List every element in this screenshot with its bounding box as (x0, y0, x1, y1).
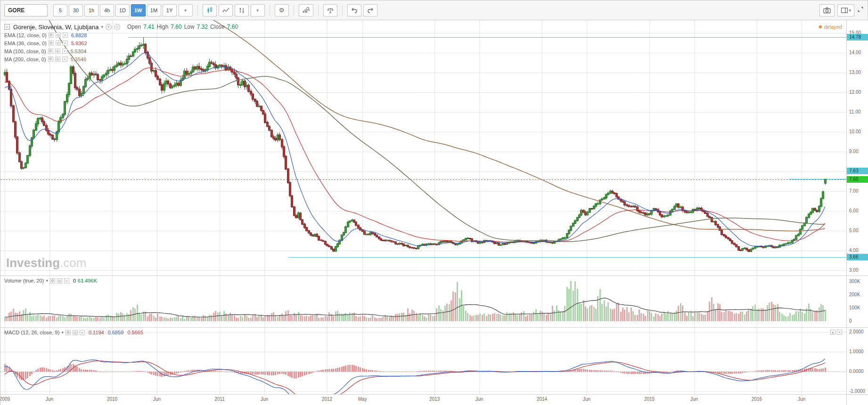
indicator-delete-icon[interactable]: × (63, 40, 68, 46)
close-label: Close (210, 24, 225, 30)
delayed-badge: delayed (819, 24, 842, 30)
indicator-settings-icon[interactable]: ⚙ (48, 49, 53, 54)
indicator-label: EMA (36, close, 0) (4, 40, 47, 46)
pane-close-icon[interactable]: × (837, 330, 842, 335)
pane-divider[interactable] (0, 275, 868, 276)
time-tick: 2016 (750, 397, 764, 402)
macd-chart-canvas[interactable] (0, 327, 846, 394)
redo-button[interactable] (363, 4, 377, 16)
line-chart-icon (222, 7, 229, 14)
interval-button-1y[interactable]: 1Y (163, 4, 177, 16)
candlestick-icon (206, 7, 213, 14)
indicator-delete-icon[interactable]: × (62, 57, 67, 62)
time-tick: Jun (150, 397, 164, 402)
indicator-row: MA (100, close, 0)⚙◎×5.5304 (4, 47, 238, 55)
indicator-delete-icon[interactable]: × (64, 278, 69, 284)
time-tick: 2014 (535, 397, 549, 402)
indicator-settings-icon[interactable]: ⚙ (48, 57, 53, 62)
chevron-down-icon[interactable]: ▾ (61, 330, 64, 335)
zoom-out-icon[interactable]: − (114, 24, 120, 30)
investing-watermark: Investing.com (6, 256, 86, 270)
camera-icon (823, 7, 831, 14)
gear-icon: ⚙ (279, 7, 285, 14)
time-tick: 2013 (427, 397, 442, 402)
price-axis[interactable]: 15.0014.0013.0012.0011.0010.009.008.007.… (847, 20, 868, 405)
volume-chart-canvas[interactable] (0, 275, 846, 327)
indicator-visibility-icon[interactable]: ◎ (56, 32, 61, 38)
fullscreen-button[interactable] (857, 6, 864, 15)
price-tick: 4.00 (847, 248, 868, 253)
compare-button[interactable] (323, 4, 337, 16)
close-value: 7.60 (227, 24, 238, 30)
delayed-label: delayed (824, 24, 842, 30)
expand-icon (857, 6, 864, 13)
interval-button-1w[interactable]: 1W (131, 4, 146, 16)
indicator-delete-icon[interactable]: × (62, 49, 67, 54)
bar-scale-button[interactable] (235, 4, 249, 16)
interval-button-30[interactable]: 30 (69, 4, 83, 16)
indicators-button[interactable] (299, 4, 313, 16)
screenshot-button[interactable] (819, 4, 835, 16)
watermark-brand: Investing (6, 256, 60, 270)
symbol-input[interactable] (4, 4, 48, 16)
indicator-visibility-icon[interactable]: ◎ (56, 40, 61, 46)
macd-tick: 1.0000 (847, 349, 868, 355)
pane-divider[interactable] (0, 327, 868, 328)
indicator-delete-icon[interactable]: × (80, 330, 85, 335)
indicator-settings-icon[interactable]: ⚙ (66, 330, 71, 335)
indicator-legend: EMA (12, close, 0)⚙◎×6.8828EMA (36, clos… (4, 31, 238, 63)
open-label: Open (127, 24, 141, 30)
panel-layout-button[interactable]: ▾ (837, 4, 854, 16)
price-tick: 12.00 (847, 89, 868, 95)
toolbar-separator (294, 5, 294, 16)
settings-button[interactable]: ⚙ (275, 4, 289, 16)
volume-current-value: 0 (73, 278, 76, 284)
low-value: 7.32 (197, 24, 208, 30)
interval-button-5[interactable]: 5 (53, 4, 67, 16)
indicator-settings-icon[interactable]: ⚙ (49, 32, 54, 38)
charting-app: 5301h4h1D1W1M1Y ▾ (0, 0, 868, 405)
volume-ma-value: 61.496K (78, 278, 97, 284)
indicator-delete-icon[interactable]: × (63, 32, 68, 38)
interval-group: 5301h4h1D1W1M1Y (53, 4, 177, 16)
indicator-visibility-icon[interactable]: ◎ (73, 330, 78, 335)
indicator-settings-icon[interactable]: ⚙ (50, 278, 55, 284)
indicator-visibility-icon[interactable]: ◎ (55, 49, 60, 54)
indicator-value: 5.5304 (71, 49, 87, 54)
watermark-domain: .com (60, 256, 86, 270)
chevron-down-icon[interactable]: ▾ (101, 24, 103, 29)
pane-move-up-icon[interactable]: ▴ (830, 330, 835, 335)
interval-dropdown-button[interactable]: ▾ (179, 4, 193, 16)
chart-style-dropdown-button[interactable]: ▾ (251, 4, 265, 16)
candlestick-chart-button[interactable] (203, 4, 217, 16)
macd-tick: -1.0000 (847, 389, 868, 394)
macd-tick: 2.0000 (847, 329, 868, 335)
volume-label: Volume (true, 20) (4, 278, 44, 284)
chart-legend: − Gorenje, Slovenia, W, Ljubljana ▾ + − … (4, 23, 238, 63)
undo-button[interactable] (347, 4, 361, 16)
indicator-label: MA (100, close, 0) (4, 49, 46, 54)
chevron-down-icon[interactable]: ▾ (46, 278, 48, 283)
time-tick: 2015 (642, 397, 656, 402)
pane-divider[interactable] (0, 394, 868, 395)
interval-button-1h[interactable]: 1h (84, 4, 98, 16)
interval-button-1m[interactable]: 1M (147, 4, 161, 16)
zoom-in-icon[interactable]: + (106, 24, 112, 30)
time-axis[interactable]: 2009Jun2010Jun2011Jun2012May2013Jun2014J… (0, 394, 846, 405)
macd-line-value: 0.6859 (108, 330, 124, 335)
indicator-visibility-icon[interactable]: ◎ (57, 278, 62, 284)
indicator-visibility-icon[interactable]: ◎ (55, 57, 60, 62)
interval-button-1d[interactable]: 1D (115, 4, 130, 16)
scales-icon (327, 7, 334, 14)
indicator-row: EMA (36, close, 0)⚙◎×5.9362 (4, 39, 238, 47)
time-tick: 2011 (213, 397, 227, 402)
price-tick: 14.00 (847, 50, 868, 56)
line-chart-button[interactable] (219, 4, 233, 16)
top-toolbar: 5301h4h1D1W1M1Y ▾ (0, 0, 868, 20)
collapse-chart-icon[interactable]: − (4, 24, 10, 30)
toolbar-right-group: ▾ (819, 4, 864, 16)
indicator-settings-icon[interactable]: ⚙ (49, 40, 54, 46)
macd-hist-value: 0.1194 (89, 330, 104, 335)
redo-icon (367, 7, 374, 14)
interval-button-4h[interactable]: 4h (100, 4, 114, 16)
